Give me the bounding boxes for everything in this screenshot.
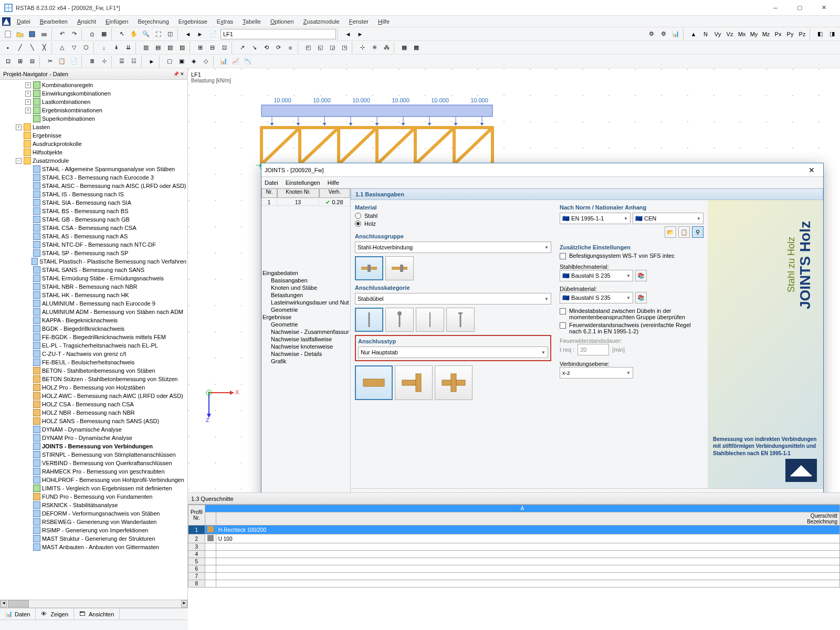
norm-btn-2[interactable]: 📋 [678, 226, 690, 238]
tb-res-prev[interactable]: ◄ [342, 28, 354, 40]
dubel-lib-btn[interactable]: 📚 [635, 292, 647, 303]
tree-node[interactable]: LIMITS - Vergleich von Ergebnissen mit d… [1, 484, 186, 492]
t2-20[interactable]: ⟲ [260, 42, 272, 54]
menu-ergebnisse[interactable]: Ergebnisse [174, 17, 212, 26]
t2-3[interactable]: ╲ [26, 42, 38, 54]
tb-r2[interactable]: ⚙ [658, 28, 669, 40]
tree-nachw-lastfall[interactable]: Nachweise lastfallweise [262, 335, 349, 343]
loadcase-combo[interactable]: LF1 [220, 29, 336, 39]
tree-node[interactable]: RSKNICK - Stabilitätsanalyse [1, 501, 186, 509]
tree-node[interactable]: RSBEWEG - Generierung von Wanderlasten [1, 518, 186, 526]
tree-node[interactable]: HOHLPROF - Bemessung von Hohlprofil-Verb… [1, 476, 186, 484]
t3-6[interactable]: 📄 [68, 56, 80, 67]
tb-misc1[interactable]: ⎙ [86, 28, 98, 40]
tree-node[interactable]: Ergebnisse [1, 131, 186, 140]
tree-node[interactable]: STAHL IS - Bemessung nach IS [1, 190, 186, 198]
kat-opt-2[interactable] [385, 308, 414, 332]
dialog-close-button[interactable]: ✕ [803, 166, 820, 174]
tree-node[interactable]: MAST Struktur - Generierung der Struktur… [1, 534, 186, 543]
t3-go[interactable]: ► [146, 56, 158, 67]
tree-nachw-zusammen[interactable]: Nachweise - Zusammenfassung [262, 328, 349, 335]
typ-opt-2[interactable] [395, 365, 433, 400]
tree-node[interactable]: DYNAM Pro - Dynamische Analyse [1, 434, 186, 442]
grp-opt-1[interactable] [355, 256, 383, 280]
menu-extras[interactable]: Extras [213, 17, 237, 26]
tree-knoten-staebe[interactable]: Knoten und Stäbe [262, 284, 349, 291]
tree-node[interactable]: BGDK - Biegedrillknicknachweis [1, 324, 186, 333]
t2-19[interactable]: ↘ [248, 42, 260, 54]
t2-11[interactable]: ▥ [140, 42, 152, 54]
tb-r15[interactable]: ◨ [826, 28, 838, 40]
tree-nachw-details[interactable]: Nachweise - Details [262, 350, 349, 358]
tree-node[interactable]: JOINTS - Bemessung von Verbindungen [1, 442, 186, 450]
t2-16[interactable]: ⊟ [206, 42, 218, 54]
tb-zoomwin[interactable]: ⛶ [152, 28, 164, 40]
table-row[interactable]: 3 [188, 543, 840, 551]
t2-28[interactable]: ※ [369, 42, 380, 54]
menu-hilfe[interactable]: Hilfe [374, 17, 394, 26]
kat-opt-3[interactable] [416, 308, 444, 332]
menu-ansicht[interactable]: Ansicht [73, 17, 100, 26]
t2-25[interactable]: ◲ [327, 42, 338, 54]
chk-wst[interactable]: Befestigungssystem WS-T von SFS intec [560, 253, 704, 259]
tb-r3[interactable]: 📊 [670, 28, 681, 40]
tree-node[interactable]: ALUMINIUM - Bemessung nach Eurocode 9 [1, 299, 186, 308]
tree-node[interactable]: VERBIND - Bemessung von Querkraftanschlü… [1, 459, 186, 467]
t2-30[interactable]: ▦ [398, 42, 410, 54]
tree-node[interactable]: STAHL SANS - Bemessung nach SANS [1, 266, 186, 274]
tree-node[interactable]: FE-BEUL - Beulsicherheitsnachweis [1, 358, 186, 366]
typ-opt-3[interactable] [435, 365, 472, 400]
t2-24[interactable]: ◱ [314, 42, 326, 54]
table-row[interactable]: 8 [188, 580, 840, 587]
t3-15[interactable]: 📊 [218, 56, 229, 67]
t2-7[interactable]: ⬡ [80, 42, 92, 54]
tb-new[interactable] [2, 28, 14, 40]
tree-node[interactable]: HOLZ CSA - Bemessung nach CSA [1, 400, 186, 408]
radio-stahl[interactable]: Stahl [355, 213, 551, 219]
t3-14[interactable]: ◇ [200, 56, 212, 67]
tree-node[interactable]: STAHL AISC - Bemessung nach AISC (LRFD o… [1, 182, 186, 190]
menu-berechnung[interactable]: Berechnung [133, 17, 173, 26]
navtab-zeigen[interactable]: 👁Zeigen [36, 608, 74, 620]
table-row[interactable]: 2U 100 [188, 534, 840, 543]
dlg-menu-einstellungen[interactable]: Einstellungen [286, 180, 320, 186]
t2-1[interactable]: • [2, 42, 14, 54]
tree-node[interactable]: HOLZ NBR - Bemessung nach NBR [1, 408, 186, 417]
tree-node[interactable]: RAHMECK Pro - Bemessung von geschraubten [1, 467, 186, 476]
menu-optionen[interactable]: Optionen [266, 17, 298, 26]
verbebene-combo[interactable]: x-z▼ [560, 367, 633, 379]
tb-r8[interactable]: Mx [736, 28, 748, 40]
grp-opt-2[interactable] [385, 256, 414, 280]
table-row[interactable]: 5 [188, 558, 840, 565]
nav-pin-icon[interactable]: 📌 [173, 71, 179, 77]
casegrid-row-1[interactable]: 1 13 ✔ 0.28 [261, 198, 350, 207]
dlg-menu-datei[interactable]: Datei [265, 180, 278, 186]
t2-13[interactable]: ▧ [164, 42, 176, 54]
tree-ergebnisse[interactable]: Ergebnisse [262, 313, 349, 321]
t2-9[interactable]: ↡ [110, 42, 122, 54]
t3-7[interactable]: ≣ [86, 56, 98, 67]
tb-r6[interactable]: Vy [712, 28, 723, 40]
t2-12[interactable]: ▤ [152, 42, 164, 54]
tree-node[interactable]: STAHL EC3 - Bemessung nach Eurocode 3 [1, 173, 186, 182]
tree-node[interactable]: RSIMP - Generierung von Imperfektionen [1, 526, 186, 534]
t3-4[interactable]: ✂ [44, 56, 56, 67]
t2-26[interactable]: ◳ [339, 42, 350, 54]
tree-node[interactable]: STAHL SP - Bemessung nach SP [1, 249, 186, 257]
table-row[interactable]: 4 [188, 551, 840, 558]
tree-node[interactable]: STAHL Plastisch - Plastische Bemessung n… [1, 257, 186, 266]
tree-node[interactable]: Ausdruckprotokolle [1, 140, 186, 148]
tree-node[interactable]: EL-PL - Tragsicherheitsnachweis nach EL-… [1, 341, 186, 350]
tree-node[interactable]: +Kombinationsregeln [1, 81, 186, 89]
tb-r4[interactable]: ▲ [688, 28, 699, 40]
t2-10[interactable]: ⇊ [122, 42, 134, 54]
norm-btn-3[interactable]: ⚲ [692, 226, 704, 238]
t2-27[interactable]: ⊹ [356, 42, 368, 54]
t2-2[interactable]: ╱ [14, 42, 26, 54]
tree-grafik[interactable]: Grafik [262, 358, 349, 365]
tb-view1[interactable]: ◫ [164, 28, 176, 40]
t3-12[interactable]: ▣ [176, 56, 187, 67]
t3-1[interactable]: ⊡ [2, 56, 14, 67]
t3-3[interactable]: ⊟ [26, 56, 38, 67]
tree-lasteinwirkung[interactable]: Lasteinwirkungsdauer und Nutzungsklasse [262, 299, 349, 306]
